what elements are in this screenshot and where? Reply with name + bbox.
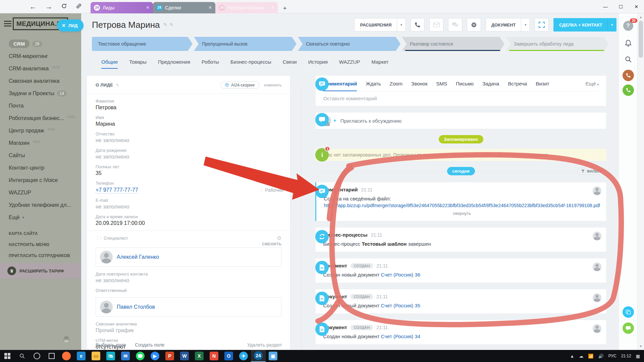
network-icon[interactable]: 📶 <box>588 354 593 359</box>
action-center-icon[interactable]: ▩ <box>636 354 640 359</box>
sidebar-item-store[interactable]: Магазинbeta <box>9 137 78 149</box>
field-value[interactable]: 35 <box>96 170 281 176</box>
select-field-link[interactable]: Выбрать поле <box>96 342 126 348</box>
tab-market[interactable]: Маркет <box>372 59 389 69</box>
taskbar-onenote-icon[interactable]: N <box>210 352 218 360</box>
help-button[interactable]: ?20 <box>623 21 633 31</box>
delete-section-link[interactable]: Удалить раздел <box>247 342 282 348</box>
sidebar-item-more[interactable]: Ещё▾ <box>9 211 78 224</box>
chat-widget-button[interactable] <box>623 322 634 334</box>
specialist-name-link[interactable]: Алексей Галенко <box>117 254 159 260</box>
phone-link[interactable]: +7 977 777-77-77 <box>96 187 138 193</box>
tab-general[interactable]: Общие <box>101 59 118 69</box>
tab-leads[interactable]: 24 Лиды ✕ <box>91 2 153 13</box>
invite-employees-link[interactable]: ПРИГЛАСИТЬ СОТРУДНИКОВ <box>9 253 70 258</box>
stage-finish-lead[interactable]: Завершить обработку лида <box>506 37 608 51</box>
close-button[interactable]: ✕ <box>629 0 644 13</box>
ai-scoring-badge[interactable]: ⦿AI24-скоринг <box>220 81 259 89</box>
scroll-down-icon[interactable]: ▼ <box>638 345 644 348</box>
sidebar-item-mail[interactable]: Почта <box>9 100 78 112</box>
tab-deals[interactable]: 24 Сделки ✕ <box>153 2 215 13</box>
configure-menu-link[interactable]: НАСТРОИТЬ МЕНЮ <box>9 242 70 247</box>
tab-meeting[interactable]: Встреча <box>508 81 527 91</box>
field-value[interactable]: не заполнено <box>96 154 281 160</box>
chevron-down-icon[interactable]: ▾ <box>397 18 406 31</box>
deal-contact-button[interactable]: СДЕЛКА + КОНТАКТ ▾ <box>553 18 616 32</box>
tab-relations[interactable]: Связи <box>283 59 297 69</box>
responsible-name-link[interactable]: Павел Столбов <box>117 304 155 310</box>
change-specialist-link[interactable]: СМЕНИТЬ <box>96 242 281 246</box>
close-icon[interactable]: ✕ <box>62 23 66 28</box>
tab-wazzup[interactable]: WAZZUP <box>339 59 360 69</box>
merged-file-link[interactable]: https://app.bizzup.ru/pdfmerger/storage/… <box>324 203 600 208</box>
taskbar-edge-icon[interactable]: e <box>77 352 86 360</box>
chevron-down-icon[interactable]: ▾ <box>607 18 616 31</box>
taskbar-explorer-icon[interactable]: ▭ <box>92 352 100 360</box>
notifications-button[interactable] <box>625 40 632 48</box>
taskbar-outlook-icon[interactable]: O <box>224 352 233 360</box>
document-link[interactable]: Счет (Россия) 35 <box>381 303 420 308</box>
edit-title-icon[interactable]: ✎✎ <box>163 22 176 28</box>
drag-handle-icon[interactable]: ⋮⋮ <box>96 236 102 240</box>
scroll-up-icon[interactable]: ▲ <box>638 15 644 19</box>
tab-visit[interactable]: Визит <box>536 81 549 91</box>
link-button[interactable] <box>76 3 82 10</box>
language-indicator[interactable]: РУС <box>608 354 616 358</box>
taskbar-whatsapp-icon[interactable]: ☎ <box>136 352 145 360</box>
tray-expand-icon[interactable]: ▲ <box>570 354 574 359</box>
gear-icon[interactable]: ⚙ <box>277 235 281 241</box>
sidebar-item-sales-center[interactable]: Центр продажbeta <box>9 124 78 137</box>
field-value[interactable]: не заполнено <box>96 137 281 143</box>
comment-input[interactable]: Оставьте комментарий <box>323 92 599 106</box>
clock[interactable]: 21:12 <box>621 354 631 358</box>
field-value[interactable]: 20.09.2019 17:00:00 <box>96 220 281 226</box>
tab-close-icon[interactable]: ✕ <box>208 5 212 10</box>
minimize-button[interactable]: — <box>598 0 613 13</box>
extensions-button[interactable]: РАСШИРЕНИЯ ▾ <box>354 18 406 32</box>
taskbar-word-icon[interactable]: W <box>180 352 189 360</box>
tab-more[interactable]: Ещё ▾ <box>586 81 599 91</box>
sidebar-item-telephony[interactable]: Удобная телефония дл... <box>9 199 78 211</box>
collapse-link[interactable]: свернуть <box>324 211 600 216</box>
settings-button[interactable]: ⚙ <box>467 18 481 32</box>
taskbar-mail-icon[interactable]: ✉ <box>121 352 130 360</box>
telephony-widget-button[interactable] <box>623 70 634 81</box>
expand-tariff-button[interactable]: ♛ РАСШИРИТЬ ТАРИФ <box>0 263 81 279</box>
tab-close-icon[interactable]: ✕ <box>271 5 274 10</box>
stage-text-request[interactable]: Текстовое обращение <box>92 37 193 51</box>
field-value[interactable]: Марина <box>96 121 281 127</box>
lead-slider-badge[interactable]: ✕ ЛИД <box>57 19 84 32</box>
filter-button[interactable]: ФИЛЬТР <box>577 168 606 175</box>
reload-button[interactable] <box>61 3 67 10</box>
volume-icon[interactable]: 🔊 <box>598 354 603 359</box>
chat-button[interactable] <box>448 18 462 32</box>
tab-history[interactable]: История <box>308 59 328 69</box>
copilot-widget-button[interactable] <box>623 306 634 318</box>
tab-sms[interactable]: SMS <box>436 81 447 91</box>
tab-quotes[interactable]: Предложения <box>158 59 190 69</box>
sidebar-item-end-to-end-analytics[interactable]: Сквозная аналитика <box>9 75 78 87</box>
field-value[interactable]: не заполнено <box>96 204 281 210</box>
chevron-down-icon[interactable]: ▾ <box>521 18 530 31</box>
sidebar-item-rpa[interactable]: Роботизация бизнес...beta <box>9 112 78 124</box>
field-value[interactable]: не заполнено <box>96 278 281 284</box>
field-value[interactable]: Прочий трафик <box>96 327 281 334</box>
fullscreen-button[interactable] <box>535 18 549 32</box>
stage-missed-call[interactable]: Пропущенный вызов <box>194 37 297 51</box>
document-link[interactable]: Счет (Россия) 34 <box>381 334 420 339</box>
taskbar-search-button[interactable] <box>15 350 30 362</box>
taskbar-store-icon[interactable]: 🛍 <box>106 352 115 360</box>
search-button[interactable] <box>625 56 632 64</box>
taskbar-firefox-icon[interactable] <box>62 352 71 360</box>
forward-button[interactable]: → <box>45 3 52 10</box>
invite-to-discussion[interactable]: + Пригласить к обсуждению <box>315 112 606 129</box>
sitemap-link[interactable]: КАРТА САЙТА <box>9 231 70 236</box>
taskbar-excel-icon[interactable]: X <box>195 352 204 360</box>
callback-widget-button[interactable] <box>623 84 634 96</box>
tab-call[interactable]: Звонок <box>411 81 427 91</box>
document-button[interactable]: ДОКУМЕНТ ▾ <box>486 18 530 32</box>
taskbar-telegram-icon[interactable]: ✈ <box>239 352 248 360</box>
sidebar-item-tasks-projects[interactable]: Задачи и Проекты14 <box>9 87 78 100</box>
tab-robots[interactable]: Роботы <box>202 59 219 69</box>
start-button[interactable] <box>0 350 15 362</box>
